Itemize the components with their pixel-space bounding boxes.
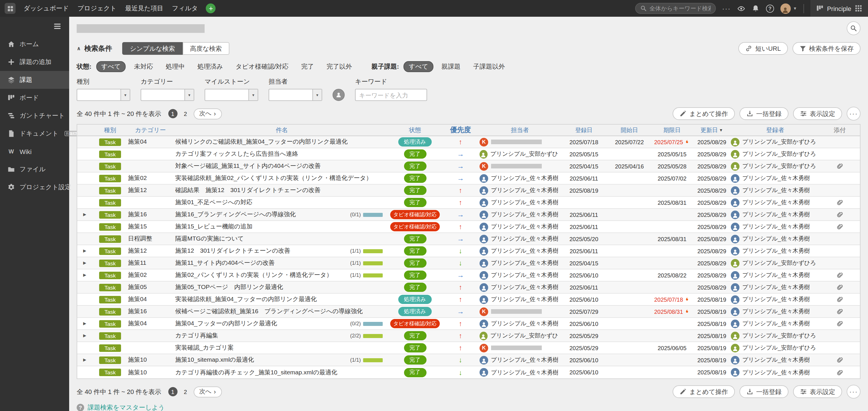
issue-title-link[interactable]: 確認結果 施策12 301リダイレクトチェーンの改善 (175, 186, 320, 195)
sidebar-item-add[interactable]: 課題の追加 (0, 53, 69, 71)
search-tab[interactable]: シンプルな検索 (122, 42, 183, 55)
issue-title-link[interactable]: 施策02_パンくずリストの実装（リンク・構造化データ） (175, 271, 332, 279)
sidebar-item-document[interactable]: ドキュメントBETA (0, 125, 69, 143)
column-header[interactable]: 件名 (175, 126, 389, 134)
global-menu-item[interactable]: 最近見た項目 (125, 4, 163, 13)
table-row[interactable]: Task日程調整隔週MTGの実施について完了→プリンシプル_佐々木勇樹2025/… (77, 233, 860, 245)
issue-type-badge[interactable]: Task (99, 163, 121, 170)
global-add-button[interactable]: + (206, 3, 216, 13)
issue-type-badge[interactable]: Task (99, 211, 121, 218)
column-header[interactable]: 添付 (819, 126, 860, 134)
issue-type-badge[interactable]: Task (99, 308, 121, 315)
table-row[interactable]: ▶Task施策16施策16_ブランディングページへの導線強化(0/1)タピオ様確… (77, 209, 860, 221)
filter-select[interactable]: ▼ (269, 89, 322, 101)
column-header[interactable]: 種別 (92, 126, 128, 134)
global-search[interactable] (635, 3, 716, 14)
global-menu-item[interactable]: ダッシュボード (24, 4, 69, 13)
column-header[interactable]: 優先度 (441, 125, 479, 135)
table-row[interactable]: ▶Task施策02施策02_パンくずリストの実装（リンク・構造化データ）(1/1… (77, 269, 860, 282)
page-button[interactable]: 2 (181, 387, 190, 396)
table-row[interactable]: Task施策04候補リンクのご確認依頼_施策04_フッターの内部リンク最適化処理… (77, 136, 860, 148)
column-header[interactable]: 登録日 (560, 126, 608, 134)
assign-me-button[interactable] (333, 89, 345, 101)
table-row[interactable]: Task施策16候補ページご確認依頼_施策16 ブランディングページへの導線強化… (77, 306, 860, 318)
global-menu-item[interactable]: プロジェクト (78, 4, 117, 13)
status-chip[interactable]: 未対応 (129, 62, 158, 71)
table-row[interactable]: Task施策04実装確認依頼_施策04_フッターの内部リンク最適化処理済み↑プリ… (77, 294, 860, 306)
issue-title-link[interactable]: 施策10_sitemap.xmlの最適化 (175, 356, 254, 364)
column-header[interactable]: 状態 (389, 126, 441, 134)
search-tab[interactable]: 高度な検索 (182, 42, 229, 55)
issue-title-link[interactable]: 施策11_サイト内の404ページの改善 (175, 259, 275, 267)
expand-row-icon[interactable]: ▶ (83, 333, 87, 338)
issue-type-badge[interactable]: Task (99, 199, 121, 206)
global-search-input[interactable] (650, 5, 711, 11)
project-switcher[interactable]: Principle (810, 0, 868, 17)
save-search-button[interactable]: 検索条件を保存 (792, 42, 861, 55)
table-row[interactable]: Task施策05施策05_TOPページ 内部リンク最適化完了↑プリンシプル_佐々… (77, 282, 860, 294)
column-header[interactable]: 担当者 (479, 126, 560, 134)
user-menu[interactable]: ▼ (780, 3, 797, 13)
status-chip[interactable]: 処理済み (193, 62, 228, 71)
more-actions-button[interactable]: ··· (847, 107, 861, 121)
column-header[interactable]: 登録者 (731, 126, 819, 134)
bulk-edit-button[interactable]: まとめて操作 (673, 107, 735, 120)
watch-icon[interactable] (737, 4, 745, 12)
issue-type-badge[interactable]: Task (99, 344, 121, 352)
issue-title-link[interactable]: 隔週MTGの実施について (175, 235, 244, 243)
bulk-register-button[interactable]: 一括登録 (740, 107, 788, 120)
issue-title-link[interactable]: 実装確認依頼_施策02_パンくずリストの実装（リンク・構造化データ） (175, 174, 372, 182)
issue-title-link[interactable]: カテゴリ再編後の再チェック_施策10_sitemap.xmlの最適化 (175, 368, 337, 376)
sidebar-collapse-icon[interactable] (53, 22, 62, 31)
issue-title-link[interactable]: 実装確認_カテゴリ案 (175, 344, 234, 352)
table-row[interactable]: ▶Taskカテゴリ再編集(2/2)完了↑プリンシプル_安部かずひろ2025/05… (77, 330, 860, 342)
more-actions-button[interactable]: ··· (847, 385, 861, 399)
help-circle-icon[interactable]: ? (766, 4, 774, 12)
help-link[interactable]: 課題検索をマスターしよう (88, 403, 165, 411)
table-row[interactable]: Task対象ページ確認_施策11_サイト内の404ページの改善完了→K2025/… (77, 160, 860, 173)
issue-title-link[interactable]: 施策05_TOPページ 内部リンク最適化 (175, 283, 283, 291)
issue-type-badge[interactable]: Task (99, 150, 121, 158)
sidebar-item-home[interactable]: ホーム (0, 35, 69, 53)
search-conditions-toggle[interactable]: ∧ 検索条件 (76, 43, 112, 53)
column-header[interactable]: 期限日 (651, 126, 693, 134)
issue-type-badge[interactable]: Task (99, 332, 121, 340)
issue-title-link[interactable]: 候補ページご確認依頼_施策16 ブランディングページへの導線強化 (175, 307, 363, 316)
expand-row-icon[interactable]: ▶ (83, 273, 87, 277)
expand-row-icon[interactable]: ▶ (83, 248, 87, 253)
app-logo-icon[interactable] (5, 3, 16, 14)
issue-title-link[interactable]: 施策04_フッターの内部リンク最適化 (175, 320, 277, 328)
filter-select[interactable]: ▼ (205, 89, 258, 101)
issue-type-badge[interactable]: Task (99, 320, 121, 327)
notifications-bell-icon[interactable] (751, 4, 760, 12)
issue-title-link[interactable]: 施策01_不足ページへの対応 (175, 199, 252, 206)
issue-title-link[interactable]: 候補リンクのご確認依頼_施策04_フッターの内部リンク最適化 (175, 138, 348, 146)
global-menu-item[interactable]: フィルタ (172, 4, 198, 13)
issue-title-link[interactable]: カテゴリ再編集 (175, 332, 218, 340)
display-settings-button[interactable]: 表示設定 (793, 385, 842, 398)
issue-type-badge[interactable]: Task (99, 247, 121, 255)
column-header[interactable]: 更新日▼ (693, 126, 731, 134)
status-chip[interactable]: すべて (403, 61, 433, 72)
issue-type-badge[interactable]: Task (99, 175, 121, 182)
status-chip[interactable]: 親課題 (437, 62, 465, 71)
display-settings-button[interactable]: 表示設定 (793, 107, 842, 120)
issue-title-link[interactable]: 実装確認依頼_施策04_フッターの内部リンク最適化 (175, 295, 317, 303)
status-chip[interactable]: タピオ様確認/対応 (231, 62, 293, 71)
keyword-input[interactable] (355, 89, 427, 101)
issue-type-badge[interactable]: Task (99, 296, 121, 303)
table-row[interactable]: ▶Task施策04施策04_フッターの内部リンク最適化(0/2)タピオ様確認/対… (77, 318, 860, 330)
issue-title-link[interactable]: 施策15_レビュー機能の追加 (175, 223, 252, 231)
table-row[interactable]: ▶Task施策11施策11_サイト内の404ページの改善(1/1)完了↓プリンシ… (77, 257, 860, 269)
filter-select[interactable]: ▼ (141, 89, 194, 101)
issue-title-link[interactable]: カテゴリ案フィックスしたら広告担当へ連絡 (175, 150, 298, 158)
next-page-button[interactable]: 次へ› (193, 108, 222, 119)
filter-select[interactable]: ▼ (76, 89, 130, 101)
page-button[interactable]: 1 (168, 387, 177, 396)
next-page-button[interactable]: 次へ› (193, 386, 222, 397)
table-row[interactable]: Task施策10カテゴリ再編後の再チェック_施策10_sitemap.xmlの最… (77, 366, 860, 378)
sidebar-item-gantt[interactable]: ガントチャート (0, 107, 69, 125)
issue-type-badge[interactable]: Task (99, 223, 121, 230)
table-row[interactable]: Task施策12確認結果 施策12 301リダイレクトチェーンの改善完了↑プリン… (77, 184, 860, 197)
status-chip[interactable]: 完了 (297, 62, 318, 71)
